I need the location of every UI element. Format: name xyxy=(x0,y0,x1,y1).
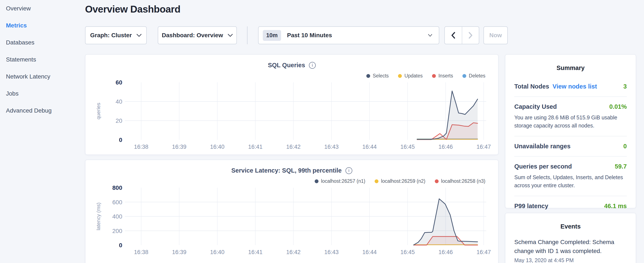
svg-text:queries: queries xyxy=(96,103,101,120)
chevron-down-icon xyxy=(136,34,142,37)
svg-text:16:44: 16:44 xyxy=(362,249,377,255)
sidebar-item-overview[interactable]: Overview xyxy=(0,0,84,17)
now-button[interactable]: Now xyxy=(484,26,508,44)
sidebar-item-advanced-debug[interactable]: Advanced Debug xyxy=(0,102,84,119)
svg-text:16:43: 16:43 xyxy=(324,249,339,255)
legend-dot xyxy=(374,179,378,183)
svg-text:16:45: 16:45 xyxy=(400,249,415,255)
summary-row-queries-per-second: Queries per second 59.7 Sum of Selects, … xyxy=(514,157,627,196)
svg-text:16:44: 16:44 xyxy=(362,144,377,150)
service-latency-plot[interactable]: 16:3816:3916:4016:4116:4216:4316:4416:45… xyxy=(91,185,493,257)
legend-item: Updates xyxy=(398,73,423,79)
sidebar: Overview Metrics Databases Statements Ne… xyxy=(0,0,84,263)
chart-title: Service Latency: SQL, 99th percentile xyxy=(231,167,342,174)
svg-text:60: 60 xyxy=(116,80,122,86)
svg-text:0: 0 xyxy=(119,137,122,143)
legend-dot xyxy=(366,74,370,78)
time-range-label: Past 10 Minutes xyxy=(287,32,332,39)
sql-queries-chart-card: SQL Queries i Selects Updates Inserts De… xyxy=(85,54,498,155)
summary-label: Unavailable ranges xyxy=(514,143,570,150)
time-range-picker[interactable]: 10m Past 10 Minutes xyxy=(258,26,439,44)
sidebar-item-jobs[interactable]: Jobs xyxy=(0,85,84,102)
view-nodes-list-link[interactable]: View nodes list xyxy=(552,83,597,90)
svg-text:latency (ms): latency (ms) xyxy=(96,203,101,230)
summary-title: Summary xyxy=(514,65,627,72)
svg-text:16:40: 16:40 xyxy=(210,249,224,255)
summary-label: P99 latency xyxy=(514,203,548,210)
legend-item: Selects xyxy=(366,73,389,79)
chevron-right-icon xyxy=(468,32,473,39)
event-item[interactable]: Schema Change Completed: Schema change w… xyxy=(514,238,627,263)
summary-value: 0.01% xyxy=(609,103,627,110)
chevron-left-icon xyxy=(450,32,456,39)
legend-label: Inserts xyxy=(438,73,453,79)
svg-text:16:41: 16:41 xyxy=(248,144,262,150)
graph-scope-label: Graph: Cluster xyxy=(90,32,132,39)
svg-text:16:39: 16:39 xyxy=(172,249,186,255)
summary-row-unavailable-ranges: Unavailable ranges 0 xyxy=(514,136,627,157)
svg-text:16:38: 16:38 xyxy=(134,144,148,150)
summary-description: You are using 28.6 MiB of 515.9 GiB usab… xyxy=(514,114,627,130)
dashboard-label: Dashboard: Overview xyxy=(162,32,223,39)
svg-text:400: 400 xyxy=(112,213,122,220)
svg-text:16:47: 16:47 xyxy=(476,144,491,150)
svg-text:16:46: 16:46 xyxy=(438,249,453,255)
sidebar-item-network-latency[interactable]: Network Latency xyxy=(0,68,84,85)
legend-label: localhost:26257 (n1) xyxy=(321,178,365,184)
svg-text:16:42: 16:42 xyxy=(286,249,301,255)
legend-dot xyxy=(435,179,438,183)
previous-range-button[interactable] xyxy=(445,27,462,44)
svg-text:16:46: 16:46 xyxy=(438,144,453,150)
sidebar-item-metrics[interactable]: Metrics xyxy=(0,17,84,34)
summary-value: 0 xyxy=(624,143,627,150)
chevron-down-icon xyxy=(428,34,432,37)
svg-text:0: 0 xyxy=(119,242,122,248)
info-icon[interactable]: i xyxy=(346,167,352,174)
info-icon[interactable]: i xyxy=(309,62,316,69)
summary-value: 46.1 ms xyxy=(604,203,627,210)
sidebar-item-databases[interactable]: Databases xyxy=(0,34,84,51)
svg-text:16:42: 16:42 xyxy=(286,144,301,150)
summary-description: Sum of Selects, Updates, Inserts, and De… xyxy=(514,173,627,189)
summary-panel: Summary Total Nodes View nodes list 3 Ca… xyxy=(505,54,636,208)
legend-label: localhost:26259 (n2) xyxy=(381,178,425,184)
summary-label: Total Nodes xyxy=(514,83,549,90)
svg-text:16:39: 16:39 xyxy=(172,144,186,150)
legend-item: Deletes xyxy=(462,73,486,79)
summary-value: 59.7 xyxy=(615,163,627,170)
legend-dot xyxy=(398,74,402,78)
legend-label: localhost:26258 (n3) xyxy=(441,178,486,184)
summary-value: 3 xyxy=(624,83,627,90)
svg-text:16:40: 16:40 xyxy=(210,144,224,150)
svg-text:16:43: 16:43 xyxy=(324,144,339,150)
sidebar-item-statements[interactable]: Statements xyxy=(0,51,84,68)
legend-item: Inserts xyxy=(432,73,453,79)
legend-label: Selects xyxy=(373,73,389,79)
events-title: Events xyxy=(514,223,627,230)
svg-text:40: 40 xyxy=(116,98,122,105)
legend-item: localhost:26258 (n3) xyxy=(435,178,486,184)
legend-item: localhost:26257 (n1) xyxy=(315,178,365,184)
svg-text:16:47: 16:47 xyxy=(476,249,491,255)
svg-text:600: 600 xyxy=(112,199,122,205)
summary-row-capacity-used: Capacity Used 0.01% You are using 28.6 M… xyxy=(514,97,627,136)
summary-row-total-nodes: Total Nodes View nodes list 3 xyxy=(514,77,627,97)
svg-text:16:38: 16:38 xyxy=(134,249,148,255)
dashboard-dropdown[interactable]: Dashboard: Overview xyxy=(158,26,237,44)
event-message: Schema Change Completed: Schema change w… xyxy=(514,238,627,255)
svg-text:16:41: 16:41 xyxy=(248,249,262,255)
chart-legend: localhost:26257 (n1) localhost:26259 (n2… xyxy=(315,178,486,184)
chevron-down-icon xyxy=(228,34,233,37)
legend-label: Deletes xyxy=(469,73,486,79)
legend-dot xyxy=(462,74,466,78)
summary-label: Queries per second xyxy=(514,163,572,170)
summary-label: Capacity Used xyxy=(514,103,557,110)
next-range-button[interactable] xyxy=(462,27,479,44)
graph-scope-dropdown[interactable]: Graph: Cluster xyxy=(85,26,147,44)
sql-queries-plot[interactable]: 16:3816:3916:4016:4116:4216:4316:4416:45… xyxy=(91,80,493,151)
page-title: Overview Dashboard xyxy=(85,4,180,15)
svg-text:16:45: 16:45 xyxy=(400,144,415,150)
svg-text:800: 800 xyxy=(112,185,122,191)
time-range-badge: 10m xyxy=(263,30,281,41)
chart-title: SQL Queries xyxy=(268,62,305,69)
